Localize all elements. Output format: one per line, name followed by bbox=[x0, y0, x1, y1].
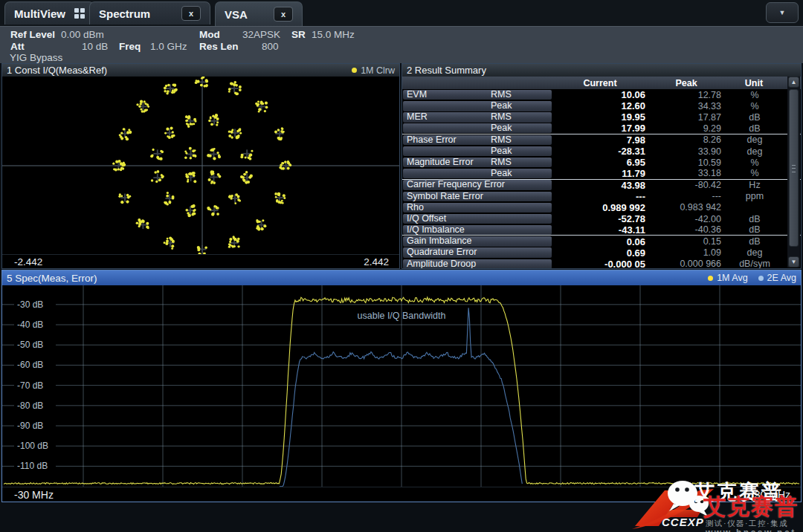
row-label: Amplitude Droop bbox=[403, 259, 552, 268]
value-current: 10.06 bbox=[552, 89, 650, 100]
value-unit: deg bbox=[724, 247, 785, 258]
window-result-summary-titlebar[interactable]: 2 Result Summary bbox=[402, 64, 801, 77]
x-left-label: -30 MHz bbox=[14, 489, 54, 501]
row-label: MERRMS bbox=[403, 112, 552, 123]
value-unit: Hz bbox=[724, 180, 785, 190]
value-peak: --- bbox=[650, 191, 724, 201]
tab-vsa[interactable]: VSA x bbox=[215, 1, 303, 26]
close-icon[interactable]: x bbox=[274, 7, 293, 22]
table-row: Carrier Frequency Error43.98-80.42Hz bbox=[402, 180, 801, 191]
sr-label: SR bbox=[291, 29, 306, 40]
column-current: Current bbox=[551, 78, 649, 88]
sr-value[interactable]: 15.0 MHz bbox=[312, 29, 355, 40]
table-row: Amplitude Droop-0.000 050.000 966dB/sym bbox=[402, 259, 801, 268]
value-unit: ppm bbox=[724, 191, 785, 201]
value-peak: 34.33 bbox=[650, 101, 724, 111]
tab-spectrum[interactable]: Spectrum x bbox=[89, 1, 210, 25]
tab-multiview-label: MultiView bbox=[14, 7, 65, 20]
row-label: Peak bbox=[403, 101, 552, 111]
svg-text:-100 dB: -100 dB bbox=[17, 441, 48, 451]
scrollbar-thumb[interactable] bbox=[789, 89, 799, 247]
value-unit: % bbox=[724, 168, 785, 178]
close-icon[interactable]: x bbox=[181, 6, 201, 21]
freq-value[interactable]: 1.0 GHz bbox=[150, 41, 187, 52]
tab-spectrum-label: Spectrum bbox=[99, 7, 150, 20]
svg-text:-60 dB: -60 dB bbox=[17, 360, 43, 370]
watermark-tagline: 测试·仪器·工控·集成 bbox=[706, 519, 788, 529]
table-row: Quadrature Error0.691.09deg bbox=[402, 247, 801, 259]
table-row: MERRMS19.9517.87dB bbox=[402, 111, 801, 123]
mod-value[interactable]: 32APSK bbox=[242, 29, 280, 40]
row-label: I/Q Imbalance bbox=[403, 225, 552, 236]
window-constellation-titlebar[interactable]: 1 Const I/Q(Meas&Ref) 1M Clrw bbox=[2, 64, 399, 77]
value-current: 0.989 992 bbox=[552, 202, 650, 213]
value-peak: 0.983 942 bbox=[650, 202, 724, 213]
x-min-label: -2.442 bbox=[14, 256, 42, 267]
chevron-down-icon: ▼ bbox=[779, 9, 786, 16]
value-unit: dB bbox=[724, 236, 785, 247]
res-len-value[interactable]: 800 bbox=[262, 41, 279, 52]
value-current: 0.06 bbox=[552, 236, 650, 247]
trace-legend-1m-avg: 1M Avg bbox=[708, 273, 747, 283]
att-label: Att bbox=[10, 41, 25, 52]
value-peak: -80.42 bbox=[650, 180, 724, 190]
svg-text:-90 dB: -90 dB bbox=[17, 421, 43, 431]
value-peak: 0.15 bbox=[650, 236, 724, 247]
tab-multiview[interactable]: MultiView bbox=[4, 1, 94, 25]
svg-text:-110 dB: -110 dB bbox=[17, 461, 48, 471]
mod-label: Mod bbox=[199, 29, 220, 40]
multiview-grid-icon bbox=[74, 8, 85, 19]
row-label: Phase ErrorRMS bbox=[403, 135, 552, 146]
scroll-up-icon[interactable]: ▲ bbox=[788, 77, 799, 88]
scroll-down-icon[interactable]: ▼ bbox=[788, 256, 799, 267]
result-table-header: Current Peak Unit bbox=[402, 77, 801, 89]
ref-level-value[interactable]: 0.00 dBm bbox=[61, 29, 104, 40]
value-unit: % bbox=[724, 101, 785, 111]
value-current: 12.60 bbox=[552, 100, 650, 111]
trace-color-icon bbox=[708, 276, 713, 281]
trace-legend-2e-avg: 2E Avg bbox=[758, 273, 796, 283]
x-right-label: 30 MHz bbox=[755, 489, 790, 501]
table-row: Phase ErrorRMS7.988.26deg bbox=[402, 134, 801, 146]
value-peak: 10.59 bbox=[650, 158, 724, 168]
table-row: Peak11.7933.18% bbox=[402, 168, 801, 179]
row-label: I/Q Offset bbox=[403, 214, 552, 224]
window-spectrum-titlebar[interactable]: 5 Spec(Meas, Error) 1M Avg 2E Avg bbox=[2, 270, 801, 285]
window-spectrum-title: 5 Spec(Meas, Error) bbox=[7, 273, 97, 284]
constellation-plot[interactable] bbox=[2, 77, 399, 255]
tab-overflow-button[interactable]: ▼ bbox=[766, 2, 799, 23]
value-peak: 33.18 bbox=[650, 168, 724, 178]
table-row: Gain Imbalance0.060.15dB bbox=[402, 236, 801, 247]
result-table-scrollbar[interactable]: ▲ ▼ bbox=[787, 77, 800, 267]
result-table-body: EVMRMS10.0612.78%Peak12.6034.33%MERRMS19… bbox=[402, 89, 801, 268]
value-current: 17.99 bbox=[552, 123, 650, 134]
window-constellation: 1 Const I/Q(Meas&Ref) 1M Clrw -2.442 2.4… bbox=[1, 63, 400, 269]
value-unit: dB bbox=[724, 123, 785, 134]
tab-vsa-label: VSA bbox=[225, 8, 248, 21]
att-value[interactable]: 10 dB bbox=[82, 41, 108, 52]
trace-legend-1m-clrw: 1M Clrw bbox=[352, 65, 395, 76]
column-peak: Peak bbox=[649, 78, 723, 88]
value-peak: -40.36 bbox=[650, 224, 724, 235]
value-current: 7.98 bbox=[552, 134, 650, 146]
value-peak: 9.29 bbox=[650, 123, 724, 134]
svg-text:-30 dB: -30 dB bbox=[17, 299, 43, 310]
spectrum-x-scale: -30 MHz 30 MHz bbox=[2, 487, 801, 502]
svg-text:-80 dB: -80 dB bbox=[17, 400, 43, 411]
value-unit: % bbox=[724, 158, 785, 168]
value-unit: deg bbox=[724, 146, 785, 157]
ccexp-logo-text: CCEXP bbox=[662, 516, 704, 528]
value-current: 11.79 bbox=[552, 168, 650, 179]
usable-iq-bandwidth-annotation: usable I/Q Bandwidth bbox=[358, 311, 446, 321]
value-current: --- bbox=[552, 191, 650, 202]
value-peak: 0.000 966 bbox=[650, 259, 724, 268]
value-current: -52.78 bbox=[552, 213, 650, 224]
table-row: Peak12.6034.33% bbox=[402, 100, 801, 111]
value-peak: -42.00 bbox=[650, 214, 724, 224]
result-table: Current Peak Unit EVMRMS10.0612.78%Peak1… bbox=[402, 77, 801, 268]
constellation-x-scale: -2.442 2.442 bbox=[2, 254, 399, 268]
settings-bar: Ref Level 0.00 dBm Mod 32APSK SR 15.0 MH… bbox=[0, 26, 803, 63]
value-current: 6.95 bbox=[552, 157, 650, 168]
row-label: Carrier Frequency Error bbox=[403, 180, 552, 190]
spectrum-plot[interactable]: -30 dB-40 dB-50 dB-60 dB-70 dB-80 dB-90 … bbox=[2, 285, 801, 487]
